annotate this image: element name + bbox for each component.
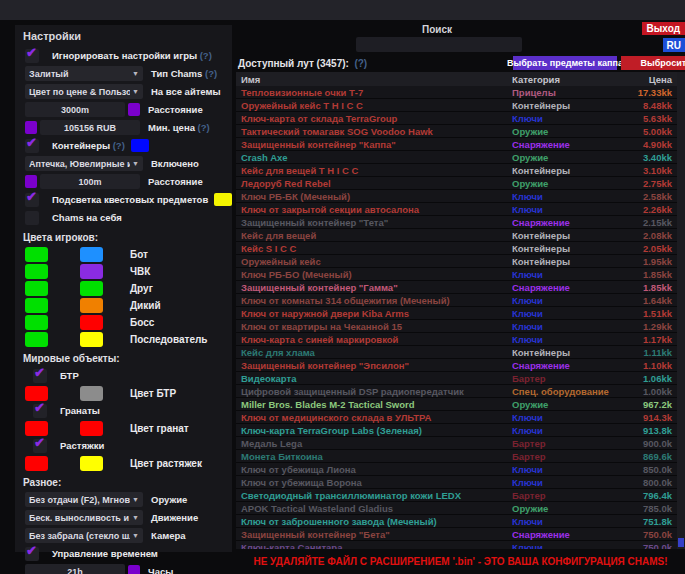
color-swatch-primary[interactable] [25, 315, 48, 330]
help-icon[interactable]: (?) [113, 140, 125, 151]
loot-row[interactable]: Ключ от заброшенного завода (Меченый)Клю… [236, 515, 685, 528]
all-items-select[interactable]: Цвет по цене & Пользователь ▼ [25, 84, 143, 99]
loot-row[interactable]: Ключ РБ-БО (Меченый)Ключи1.85kk [236, 268, 685, 281]
scrollbar-thumb[interactable] [678, 538, 684, 547]
loot-row[interactable]: Ключ от наружной двери Kiba ArmsКлючи1.5… [236, 307, 685, 320]
color-swatch-secondary[interactable] [80, 386, 103, 401]
color-swatch-primary[interactable] [25, 281, 48, 296]
loot-row[interactable]: Светодиодный трансиллюминатор кожи LEDXБ… [236, 489, 685, 502]
color-swatch-secondary[interactable] [80, 456, 103, 471]
loot-row[interactable]: Кейс для вещейКонтейнеры2.08kk [236, 229, 685, 242]
help-icon[interactable]: (?) [205, 68, 217, 79]
color-swatch-primary[interactable] [25, 247, 48, 262]
search-input[interactable] [356, 37, 522, 52]
loot-row[interactable]: Медаль LegaБартер900.0k [236, 437, 685, 450]
containers-color-swatch[interactable] [131, 139, 149, 152]
loot-row[interactable]: Ключ от закрытой секции автосалонаКлючи2… [236, 203, 685, 216]
containers-distance-color-swatch[interactable] [25, 175, 37, 188]
loot-row[interactable]: Ключ от комнаты 314 общежития (Меченый)К… [236, 294, 685, 307]
containers-checkbox[interactable] [25, 139, 39, 153]
loot-row[interactable]: APOK Tactical Wasteland GladiusОружие785… [236, 502, 685, 515]
ignore-game-settings-checkbox[interactable] [25, 49, 39, 63]
loot-row[interactable]: Оружейный кейсКонтейнеры1.95kk [236, 255, 685, 268]
color-swatch-secondary[interactable] [80, 281, 103, 296]
color-swatch-primary[interactable] [25, 456, 48, 471]
color-swatch-secondary[interactable] [80, 332, 103, 347]
color-swatch-primary[interactable] [25, 264, 48, 279]
loot-row[interactable]: Защищенный контейнер "Бета"Снаряжение750… [236, 528, 685, 541]
loot-item-price: 1.85kk [622, 269, 685, 280]
loot-row[interactable]: Оружейный кейс T H I C CКонтейнеры8.48kk [236, 99, 685, 112]
loot-item-price: 850.0k [622, 464, 685, 475]
loot-row[interactable]: Защищенный контейнер "Гамма"Снаряжение1.… [236, 281, 685, 294]
hours-input[interactable]: 21h [25, 564, 125, 574]
help-icon[interactable]: (?) [198, 122, 210, 133]
loot-row[interactable]: Ключ-карта от склада TerraGroupКлючи5.63… [236, 112, 685, 125]
color-swatch-secondary[interactable] [80, 264, 103, 279]
color-swatch-primary[interactable] [25, 332, 48, 347]
scrollbar-track[interactable] [677, 72, 685, 549]
color-swatch-secondary[interactable] [80, 298, 103, 313]
loot-row[interactable]: Монета БиткоинаБартер869.6k [236, 450, 685, 463]
loot-row[interactable]: Кейс для хламаКонтейнеры1.11kk [236, 346, 685, 359]
color-swatch-secondary[interactable] [80, 421, 103, 436]
loot-row[interactable]: Ключ от медицинского склада в УЛЬТРАКлюч… [236, 411, 685, 424]
loot-row[interactable]: Цифровой защищенный DSP радиопередатчикС… [236, 385, 685, 398]
loot-row[interactable]: Crash AxeОружие3.40kk [236, 151, 685, 164]
loot-row[interactable]: ВидеокартаБартер1.06kk [236, 372, 685, 385]
distance-input[interactable]: 3000m [25, 102, 125, 117]
loot-row[interactable]: Защищенный контейнер "Каппа"Снаряжение4.… [236, 138, 685, 151]
min-price-color-swatch[interactable] [25, 121, 37, 134]
misc-select[interactable]: Без забрала (стекло шлема)▼ [25, 528, 143, 543]
loot-item-name: Защищенный контейнер "Каппа" [236, 139, 512, 150]
loot-row[interactable]: Ключ РБ-БК (Меченый)Ключи2.58kk [236, 190, 685, 203]
color-swatch-primary[interactable] [25, 386, 48, 401]
containers-filter-select[interactable]: Аптечка, Ювелирные и... ▼ [25, 156, 143, 171]
min-price-input[interactable]: 105156 RUB [40, 120, 140, 135]
containers-distance-input[interactable]: 100m [40, 174, 140, 189]
loot-row[interactable]: Ледоруб Red RebelОружие2.75kk [236, 177, 685, 190]
loot-row[interactable]: Ключ от убежища ЛионаКлючи850.0k [236, 463, 685, 476]
self-chams-checkbox[interactable] [25, 211, 39, 225]
loot-row[interactable]: Ключ-карта TerraGroup Labs (Зеленая)Ключ… [236, 424, 685, 437]
quest-items-color-swatch[interactable] [214, 193, 232, 206]
loot-row[interactable]: Ключ от убежища ВоронаКлючи800.0k [236, 476, 685, 489]
loot-row[interactable]: Кейс для вещей T H I C CКонтейнеры3.10kk [236, 164, 685, 177]
quest-items-checkbox[interactable] [25, 193, 39, 207]
loot-row[interactable]: Кейс S I C CКонтейнеры2.05kk [236, 242, 685, 255]
loot-row[interactable]: Тактический томагавк SOG Voodoo HawkОруж… [236, 125, 685, 138]
language-button[interactable]: RU [663, 38, 685, 52]
world-object-checkbox[interactable] [33, 439, 47, 453]
exit-button[interactable]: Выход [642, 22, 685, 35]
chams-type-select[interactable]: Залитый ▼ [25, 66, 143, 81]
column-header-category[interactable]: Категория [512, 74, 622, 85]
loot-item-name: Ключ от наружной двери Kiba Arms [236, 308, 512, 319]
loot-row[interactable]: Miller Bros. Blades M-2 Tactical SwordОр… [236, 398, 685, 411]
color-swatch-secondary[interactable] [80, 315, 103, 330]
drop-all-button[interactable]: Выбросить все [621, 56, 685, 70]
color-swatch-primary[interactable] [25, 298, 48, 313]
world-object-checkbox[interactable] [33, 369, 47, 383]
help-icon[interactable]: (?) [354, 58, 367, 69]
loot-row[interactable]: Ключ-карта с синей маркировкойКлючи1.17k… [236, 333, 685, 346]
player-colors-title: Цвета игроков: [23, 232, 232, 243]
column-header-name[interactable]: Имя [236, 74, 512, 85]
column-header-price[interactable]: Цена [622, 74, 685, 85]
select-kappa-items-button[interactable]: Выбрать предметы каппа [513, 56, 617, 70]
world-object-checkbox[interactable] [33, 404, 47, 418]
loot-table-body: Тепловизионные очки Т-7Прицелы17.33kkОру… [236, 86, 685, 549]
help-icon[interactable]: (?) [200, 50, 212, 61]
color-swatch-primary[interactable] [25, 421, 48, 436]
time-control-checkbox[interactable] [25, 547, 39, 561]
distance-color-swatch[interactable] [128, 103, 140, 116]
loot-row[interactable]: Ключ-карта СанитараКлючи750.0k [236, 541, 685, 549]
chevron-down-icon: ▼ [132, 70, 139, 77]
loot-row[interactable]: Защищенный контейнер "Тета"Снаряжение2.1… [236, 216, 685, 229]
loot-row[interactable]: Ключ от квартиры на Чеканной 15Ключи1.29… [236, 320, 685, 333]
color-swatch-secondary[interactable] [80, 247, 103, 262]
misc-select[interactable]: Без отдачи (F2), Мгновенное п▼ [25, 492, 143, 507]
loot-row[interactable]: Тепловизионные очки Т-7Прицелы17.33kk [236, 86, 685, 99]
misc-select[interactable]: Беск. выносливость и нет уста▼ [25, 510, 143, 525]
loot-row[interactable]: Защищенный контейнер "Эпсилон"Снаряжение… [236, 359, 685, 372]
hours-color-swatch[interactable] [128, 565, 140, 574]
